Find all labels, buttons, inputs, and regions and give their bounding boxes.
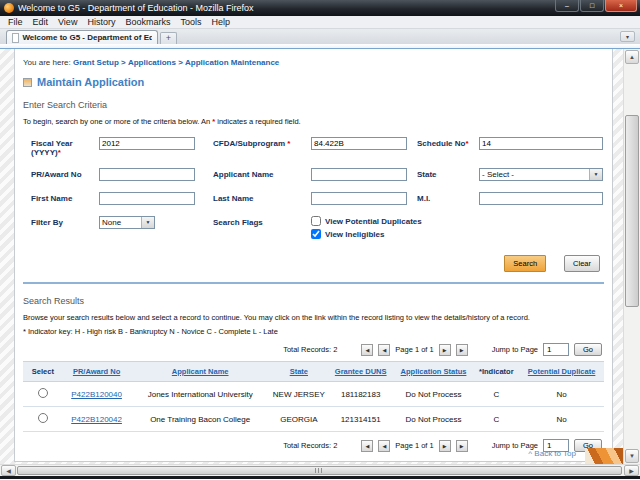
application-status-cell: Do Not Process: [394, 382, 474, 407]
view-potential-duplicates-option: View Potential Duplicates: [311, 216, 605, 226]
menu-bookmarks[interactable]: Bookmarks: [120, 17, 175, 27]
scroll-left-icon: ◀: [6, 468, 11, 474]
close-button[interactable]: ×: [605, 0, 637, 12]
menu-file[interactable]: File: [3, 17, 28, 27]
previous-page-button[interactable]: ◀: [378, 344, 390, 356]
sort-grantee-duns[interactable]: Grantee DUNS: [335, 367, 387, 376]
first-page-icon: ◀: [365, 443, 369, 449]
header-potential-duplicate: Potential Duplicate: [519, 362, 604, 382]
scrollbar-grip: [315, 468, 324, 473]
header-applicant-name: Applicant Name: [130, 362, 269, 382]
last-name-field[interactable]: [311, 192, 407, 205]
horizontal-scrollbar[interactable]: ◀ ▶: [0, 464, 640, 476]
last-page-button[interactable]: ▶: [456, 440, 468, 452]
select-record-radio[interactable]: [38, 413, 48, 423]
clear-button[interactable]: Clear: [564, 255, 600, 272]
menu-view[interactable]: View: [53, 17, 82, 27]
view-potential-duplicates-label: View Potential Duplicates: [325, 217, 422, 226]
menu-help[interactable]: Help: [206, 17, 235, 27]
vertical-scrollbar-thumb[interactable]: [625, 115, 639, 307]
first-page-button[interactable]: ◀: [361, 344, 373, 356]
maximize-button[interactable]: □: [580, 0, 604, 12]
header-pr-award-no: PR/Award No: [63, 362, 131, 382]
scroll-up-icon: ▲: [629, 54, 635, 60]
state-cell: GEORGIA: [270, 407, 328, 432]
total-records: Total Records: 2: [283, 345, 337, 354]
state-select[interactable]: - Select - ▼: [479, 168, 603, 181]
next-page-button[interactable]: ▶: [439, 344, 451, 356]
scroll-up-button[interactable]: ▲: [625, 50, 639, 64]
send-ineligibility-letter-button[interactable]: Send Ineligibility Letter: [184, 461, 277, 462]
scroll-left-button[interactable]: ◀: [1, 465, 16, 476]
first-page-button[interactable]: ◀: [361, 440, 373, 452]
pr-award-link[interactable]: P422B120042: [71, 415, 122, 424]
potential-duplicate-cell: No: [519, 382, 604, 407]
next-page-button[interactable]: ▶: [439, 440, 451, 452]
page-background: You are here: Grant Setup > Applications…: [0, 49, 623, 464]
schedule-no-label: Schedule No*: [417, 137, 475, 148]
back-to-top-link[interactable]: ^ Back to Top: [528, 449, 576, 458]
schedule-no-field[interactable]: [479, 137, 603, 150]
pr-award-no-label: PR/Award No: [31, 168, 95, 179]
view-ineligibles-option: View Ineligibles: [311, 229, 605, 239]
mi-field[interactable]: [479, 192, 603, 205]
tab-strip: Welcome to G5 - Department of Edu... + ▾: [0, 29, 640, 44]
pr-award-link[interactable]: P422B120040: [71, 390, 122, 399]
previous-page-button[interactable]: ◀: [378, 440, 390, 452]
breadcrumb-applications[interactable]: Applications: [128, 58, 176, 67]
scroll-down-icon: ▼: [629, 453, 635, 459]
page-title: Maintain Application: [37, 76, 144, 88]
filter-by-select[interactable]: None ▼: [99, 216, 155, 229]
taskbar-edge: [0, 476, 640, 479]
jump-to-page-input[interactable]: [543, 343, 569, 356]
table-row: P422B120040 Jones International Universi…: [23, 382, 604, 407]
fiscal-year-label: Fiscal Year (YYYY)*: [31, 137, 95, 157]
sort-pr-award-no[interactable]: PR/Award No: [73, 367, 120, 376]
screen-application-button[interactable]: Screen Application: [364, 461, 444, 462]
search-button[interactable]: Search: [504, 255, 546, 272]
content-area: You are here: Grant Setup > Applications…: [14, 49, 613, 462]
criteria-instruction: To begin, search by one or more of the c…: [23, 117, 604, 126]
search-flags-label: Search Flags: [213, 216, 307, 227]
list-all-tabs-button[interactable]: ▾: [620, 31, 635, 42]
sort-potential-duplicate[interactable]: Potential Duplicate: [528, 367, 596, 376]
title-bar: Welcome to G5 - Department of Education …: [0, 0, 640, 16]
menu-tools[interactable]: Tools: [175, 17, 206, 27]
tab-welcome-g5[interactable]: Welcome to G5 - Department of Edu...: [6, 30, 158, 44]
select-record-radio[interactable]: [38, 388, 48, 398]
go-button[interactable]: Go: [574, 343, 602, 356]
view-potential-duplicates-checkbox[interactable]: [311, 216, 321, 226]
new-tab-button[interactable]: +: [160, 32, 177, 44]
scroll-right-button[interactable]: ▶: [624, 465, 639, 476]
sort-application-status[interactable]: Application Status: [401, 367, 467, 376]
pr-award-no-field[interactable]: [99, 168, 195, 181]
vertical-scrollbar[interactable]: ▲ ▼: [623, 49, 640, 464]
view-ineligibles-checkbox[interactable]: [311, 229, 321, 239]
view-components-button[interactable]: View Components: [281, 461, 360, 462]
sort-applicant-name[interactable]: Applicant Name: [172, 367, 229, 376]
potential-duplicate-cell: No: [519, 407, 604, 432]
sort-state[interactable]: State: [290, 367, 308, 376]
breadcrumb-application-maintenance[interactable]: Application Maintenance: [185, 58, 279, 67]
header-state: State: [270, 362, 328, 382]
breadcrumb-grant-setup[interactable]: Grant Setup: [73, 58, 119, 67]
page-title-row: Maintain Application: [23, 76, 604, 88]
modify-application-button[interactable]: Modify Application: [101, 461, 179, 462]
last-page-button[interactable]: ▶: [456, 344, 468, 356]
caret-up-icon: ^: [528, 449, 532, 458]
page-indicator: Page 1 of 1: [395, 345, 433, 354]
scroll-down-button[interactable]: ▼: [625, 449, 639, 463]
table-row: P422B120042 One Training Bacon College G…: [23, 407, 604, 432]
enter-application-button[interactable]: Enter Application: [23, 461, 97, 462]
first-name-field[interactable]: [99, 192, 195, 205]
fiscal-year-field[interactable]: [99, 137, 195, 150]
menu-history[interactable]: History: [82, 17, 120, 27]
menu-edit[interactable]: Edit: [28, 17, 54, 27]
horizontal-scrollbar-thumb[interactable]: [17, 466, 622, 475]
applicant-name-field[interactable]: [311, 168, 407, 181]
indicator-cell: C: [473, 382, 519, 407]
cfda-subprogram-field[interactable]: [311, 137, 407, 150]
results-table: Select PR/Award No Applicant Name State …: [23, 361, 604, 432]
minimize-button[interactable]: –: [555, 0, 579, 12]
application-status-cell: Do Not Process: [394, 407, 474, 432]
